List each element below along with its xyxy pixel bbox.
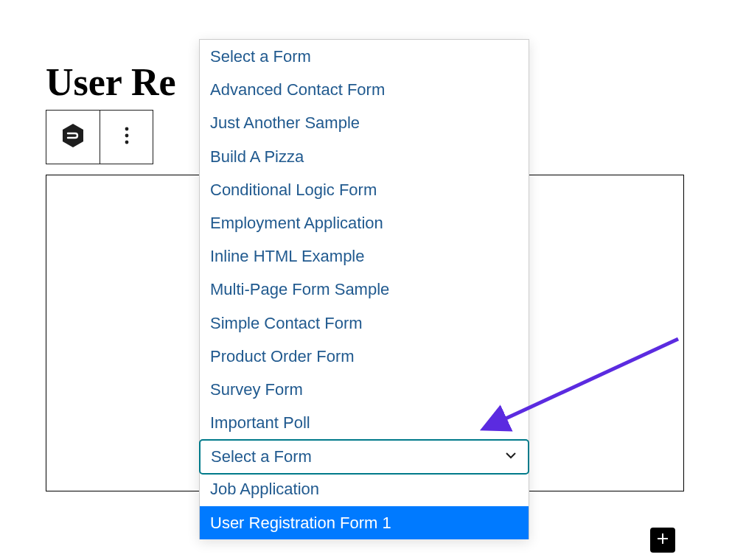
form-option[interactable]: Multi-Page Form Sample <box>200 273 529 306</box>
form-option[interactable]: Inline HTML Example <box>200 239 529 273</box>
form-option[interactable]: Survey Form <box>200 373 529 406</box>
form-option[interactable]: Simple Contact Form <box>200 307 529 340</box>
page-title: User Re <box>46 60 176 104</box>
form-option[interactable]: Employment Application <box>200 206 529 239</box>
form-option[interactable]: Product Order Form <box>200 340 529 373</box>
block-type-button[interactable] <box>46 111 100 164</box>
form-select-label: Select a Form <box>211 447 312 466</box>
gravity-hex-icon <box>60 122 86 152</box>
block-toolbar <box>46 110 153 164</box>
form-select[interactable]: Select a Form <box>199 439 529 475</box>
svg-point-3 <box>125 141 128 144</box>
form-option[interactable]: Important Poll <box>200 406 529 439</box>
svg-point-1 <box>125 127 128 131</box>
form-option[interactable]: Just Another Sample <box>200 106 529 139</box>
plus-icon <box>656 531 669 550</box>
svg-point-2 <box>125 134 128 138</box>
svg-marker-0 <box>63 124 83 147</box>
form-option[interactable]: Select a Form <box>200 40 529 73</box>
more-vertical-icon <box>125 127 129 147</box>
form-option[interactable]: Job Application <box>200 472 529 505</box>
chevron-down-icon <box>504 449 517 465</box>
form-option[interactable]: Build A Pizza <box>200 140 529 173</box>
block-more-options-button[interactable] <box>100 111 153 164</box>
add-block-button[interactable] <box>650 528 675 553</box>
form-option[interactable]: Advanced Contact Form <box>200 73 529 106</box>
form-option[interactable]: User Registration Form 1 <box>200 506 529 539</box>
form-option[interactable]: Conditional Logic Form <box>200 173 529 206</box>
